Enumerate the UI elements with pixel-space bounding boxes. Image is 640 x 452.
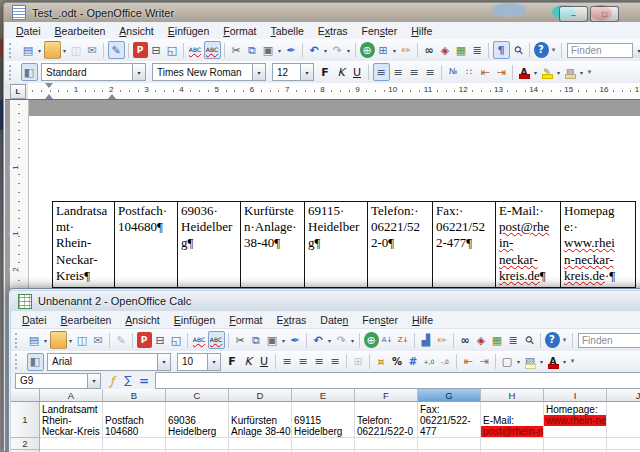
toolbar-overflow-icon[interactable]: ▾: [586, 64, 594, 80]
sum-icon[interactable]: ∑: [121, 373, 136, 389]
zoom-icon[interactable]: ⚲: [518, 329, 540, 351]
toolbar-grip[interactable]: [15, 354, 22, 369]
cell-I2[interactable]: [544, 438, 607, 450]
column-header-B[interactable]: B: [103, 389, 166, 402]
cell-D1[interactable]: KurfürstenAnlage 38-40: [229, 402, 292, 438]
chevron-down-icon[interactable]: ▾: [157, 354, 170, 370]
copy-icon[interactable]: ⧉: [245, 42, 260, 58]
writer-table-cell-5[interactable]: 69115· Heidelber g¶: [305, 201, 368, 288]
print-icon[interactable]: ⊟: [153, 332, 168, 348]
writer-titlebar[interactable]: Test_.odt - OpenOffice Writer –□: [4, 3, 640, 22]
cell-F2[interactable]: [355, 438, 418, 450]
new-document-icon[interactable]: ▤: [27, 332, 42, 348]
select-all-corner[interactable]: [11, 389, 40, 402]
font-color-icon[interactable]: A: [546, 354, 561, 370]
email-icon[interactable]: ✉: [91, 332, 106, 348]
zoom-icon[interactable]: ⚲: [507, 39, 529, 61]
open-folder-dropdown-icon[interactable]: ▾: [61, 42, 68, 58]
font-name-combo[interactable]: Arial ▾: [47, 353, 171, 371]
help-icon[interactable]: ?: [545, 332, 560, 348]
print-icon[interactable]: ⊟: [149, 42, 164, 58]
menu-tabelle[interactable]: Tabelle: [264, 25, 311, 37]
background-color-icon[interactable]: ▧: [523, 354, 538, 370]
undo-dropdown-icon[interactable]: ▾: [322, 42, 329, 58]
paste-dropdown-icon[interactable]: ▾: [280, 332, 287, 348]
row-header-1[interactable]: 1: [11, 402, 40, 438]
cell-C1[interactable]: 69036Heidelberg: [166, 402, 229, 438]
align-right-icon[interactable]: ≡: [312, 354, 327, 370]
menu-fenster[interactable]: Fenster: [355, 314, 405, 326]
cell-J1[interactable]: [607, 402, 640, 438]
navigator-icon[interactable]: ◈: [474, 332, 489, 348]
align-right-icon[interactable]: ≡: [407, 64, 422, 80]
sort-descending-icon[interactable]: Z↓: [396, 332, 411, 348]
navigator-icon[interactable]: ◈: [438, 42, 453, 58]
auto-spellcheck-icon[interactable]: ABC: [208, 331, 225, 349]
find-input[interactable]: [578, 333, 640, 348]
bold-icon[interactable]: F: [318, 64, 333, 80]
help-icon[interactable]: ?: [534, 42, 549, 58]
column-header-D[interactable]: D: [229, 389, 292, 402]
undo-icon[interactable]: ↶: [307, 42, 322, 58]
indent-decrease-icon[interactable]: ⇤: [461, 354, 476, 370]
menu-extras[interactable]: Extras: [311, 25, 355, 37]
delete-decimal-place-icon[interactable]: -,0: [438, 354, 453, 370]
font-color-icon[interactable]: A: [517, 64, 532, 80]
formula-equals-icon[interactable]: =: [137, 373, 152, 389]
insert-table-icon[interactable]: ⊞: [376, 42, 391, 58]
cell-E2[interactable]: [292, 438, 355, 450]
column-header-H[interactable]: H: [481, 389, 544, 402]
spellcheck-icon[interactable]: ABC: [192, 332, 207, 348]
menu-hilfe[interactable]: Hilfe: [405, 314, 440, 326]
cell-G1[interactable]: Fax:06221/522-477: [418, 402, 481, 438]
number-format-percent-icon[interactable]: %: [390, 354, 405, 370]
insert-table-dropdown-icon[interactable]: ▾: [391, 42, 398, 58]
email-icon[interactable]: ✉: [85, 42, 100, 58]
italic-icon[interactable]: K: [334, 64, 349, 80]
name-box[interactable]: G9 ▾: [15, 373, 101, 389]
numbered-list-icon[interactable]: №: [446, 64, 461, 80]
highlighting-dropdown-icon[interactable]: ▾: [555, 64, 562, 80]
cut-icon[interactable]: ✂: [229, 42, 244, 58]
menu-bearbeiten[interactable]: Bearbeiten: [48, 25, 113, 37]
redo-dropdown-icon[interactable]: ▾: [345, 42, 352, 58]
left-indent-marker[interactable]: [45, 90, 53, 99]
toolbar-grip[interactable]: [9, 43, 16, 58]
styles-window-icon[interactable]: ◧: [27, 353, 44, 371]
writer-table-cell-6[interactable]: Telefon:· 06221/52 2-0¶: [368, 201, 433, 288]
underline-icon[interactable]: U: [257, 354, 272, 370]
align-left-icon[interactable]: ≡: [280, 354, 295, 370]
chevron-down-icon[interactable]: ▾: [132, 64, 145, 80]
chevron-down-icon[interactable]: ▾: [207, 354, 220, 370]
menu-fenster[interactable]: Fenster: [355, 25, 405, 37]
cell-A2[interactable]: [40, 438, 103, 450]
gallery-icon[interactable]: ▦: [490, 332, 505, 348]
align-justified-icon[interactable]: ≡: [328, 354, 343, 370]
bold-icon[interactable]: F: [225, 354, 240, 370]
chevron-down-icon[interactable]: ▾: [87, 374, 100, 388]
draw-functions-icon[interactable]: ✏: [399, 42, 414, 58]
page-preview-icon[interactable]: ◱: [165, 42, 180, 58]
formula-input[interactable]: [155, 372, 640, 389]
indent-increase-icon[interactable]: ⇥: [477, 354, 492, 370]
menu-ansicht[interactable]: Ansicht: [112, 25, 160, 37]
horizontal-ruler[interactable]: 1234567891011121314151617: [28, 83, 640, 100]
indent-decrease-icon[interactable]: ⇤: [478, 64, 493, 80]
data-sources-icon[interactable]: ≣: [470, 42, 485, 58]
open-folder-icon[interactable]: [44, 41, 61, 59]
background-color-dropdown-icon[interactable]: ▾: [538, 354, 545, 370]
sort-ascending-icon[interactable]: A↓: [380, 332, 395, 348]
align-center-icon[interactable]: ≡: [296, 354, 311, 370]
writer-table-cell-3[interactable]: 69036· Heidelber g¶: [178, 201, 241, 288]
menu-einfügen[interactable]: Einfügen: [161, 25, 216, 37]
toolbar-overflow-icon[interactable]: ▾: [569, 354, 577, 370]
writer-table-cell-1[interactable]: Landratsa mt· Rhein- Neckar- Kreis¶: [52, 201, 115, 288]
column-header-F[interactable]: F: [355, 389, 418, 402]
formatting-marks-icon[interactable]: ¶: [493, 41, 510, 59]
writer-table-cell-9[interactable]: Homepag e:· www.rhei n-neckar- kreis.de·…: [561, 201, 636, 288]
cut-icon[interactable]: ✂: [233, 332, 248, 348]
open-folder-dropdown-icon[interactable]: ▾: [67, 332, 74, 348]
draw-functions-icon[interactable]: ✏: [435, 332, 450, 348]
cell-H1[interactable]: E-Mail:post@rhein-ne: [481, 402, 544, 438]
paste-icon[interactable]: ▣: [261, 42, 276, 58]
